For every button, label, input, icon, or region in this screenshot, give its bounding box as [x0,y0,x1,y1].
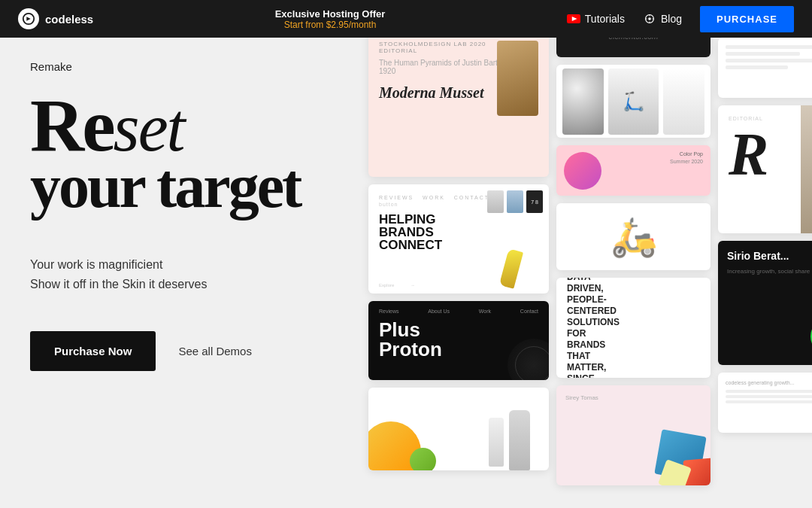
purchase-button[interactable]: PURCHASE [700,6,794,32]
subtitle-line1: Your work is magnificient [30,255,331,275]
hero-line2: your target [30,156,331,217]
demo-card-proton[interactable]: Reviews About Us Work Contact PlusProton [368,301,549,380]
dark-nav-contact: Contact [520,309,538,314]
thumb-2 [507,190,523,213]
demo-col-1: Stockholmdesign lab 2020 EDITORIAL The H… [368,38,549,485]
data-driven-text: BUILDINGDATADRIVEN,PEOPLE-CENTEREDSOLUTI… [567,278,620,378]
text-line-2 [726,52,800,56]
marble-label: EDITORIAL [729,116,812,121]
subtitle-line2: Show it off in the Skin it deserves [30,275,331,294]
dark-nav-left: Reviews [379,309,398,314]
fashion-img [801,105,812,233]
dark-nav-work: Work [479,309,491,314]
demo-card-color[interactable]: Color Pop Summer 2020 [556,145,710,196]
small-line-2 [726,395,812,398]
scooter-item: 🛴 [608,68,658,135]
demo-card-text-lines[interactable] [718,38,812,98]
offer-title: Exclusive Hosting Offer [275,8,386,20]
marble-r: R [729,127,812,181]
sirio-desc: Increasing growth, social share [727,267,812,275]
hero-subtitle: Your work is magnificient Show it off in… [30,255,331,294]
right-panel: Stockholmdesign lab 2020 EDITORIAL The H… [361,38,812,508]
demo-card-marble[interactable]: EDITORIAL R [718,105,812,233]
scooter-emoji: 🛵 [611,215,657,259]
logo-text: codeless [45,13,93,26]
small-card-label: codeless generating growth... [726,380,812,385]
product-bottle-2 [489,418,504,467]
dark-nav-about: About Us [428,309,450,314]
blog-link[interactable]: Blog [643,13,682,25]
sirio-title: Sirio Berat... [727,250,812,263]
color-blob-pink [564,152,601,190]
navbar: codeless Exclusive Hosting Offer Start f… [0,0,812,38]
demo-card-scooter[interactable]: 🛵 [556,203,710,270]
logo[interactable]: codeless [18,8,93,29]
thumb-1 [487,190,504,213]
tutorials-link[interactable]: Tutorials [567,13,625,25]
demo-card-dark-ss[interactable]: elementor.com [556,38,710,57]
demo-card-products[interactable]: 🛴 [556,65,710,138]
hero-heading: Reset your target [30,88,331,217]
purchase-now-button[interactable]: Purchase Now [30,331,156,371]
svg-point-4 [648,17,651,20]
dark-ss-text: elementor.com [609,38,659,41]
thumb-3: 7 8 [526,190,543,213]
see-demos-link[interactable]: See all Demos [178,345,252,357]
dark-ring [515,346,549,380]
product-bottle [509,410,530,470]
demo-card-data-driven[interactable]: BUILDINGDATADRIVEN,PEOPLE-CENTEREDSOLUTI… [556,278,710,378]
text-line-3 [726,59,812,62]
text-line-4 [726,65,788,69]
hosting-offer: Exclusive Hosting Offer Start from $2.95… [275,8,386,30]
card-image-placeholder [497,41,538,116]
lime-circle [410,448,436,470]
demo-card-moderna[interactable]: Stockholmdesign lab 2020 EDITORIAL The H… [368,38,549,177]
demo-col-2: elementor.com 🛴 Color Pop Summer 2020 [556,38,710,485]
box-item [663,68,704,135]
card-thumbs: 7 8 [487,190,543,213]
remake-label: Remake [30,60,331,73]
cta-row: Purchase Now See all Demos [30,331,331,371]
text-line-1 [726,45,812,49]
small-line-1 [726,390,812,393]
logo-icon [18,8,39,29]
card-agency-title: HELPINGBRANDSCONNECT [379,213,538,251]
demo-card-pink-geo[interactable]: Sirey Tomas [556,385,710,485]
demo-card-citrus[interactable] [368,388,549,470]
thumb-label: 7 8 [531,199,538,205]
main-content: Remake Reset your target Your work is ma… [0,38,812,508]
demo-card-small-bottom[interactable]: codeless generating growth... [718,373,812,433]
small-line-3 [726,400,812,403]
offer-subtitle: Start from $2.95/month [275,20,386,30]
nav-links: Tutorials Blog PURCHASE [567,6,794,32]
demo-card-agency[interactable]: Reviews Work Contact button HELPINGBRAND… [368,184,549,294]
sphere-item [562,68,604,135]
demo-col-3: EDITORIAL R Sirio Berat... Increasing gr… [718,38,812,485]
left-panel: Remake Reset your target Your work is ma… [0,38,361,508]
banana-placeholder [499,248,523,288]
pink-geo-label: Sirey Tomas [565,394,701,401]
color-sub: Summer 2020 [670,159,703,164]
color-label: Color Pop [680,151,703,157]
card-dark-nav: Reviews About Us Work Contact [379,309,538,314]
marble-content: EDITORIAL R [718,105,812,192]
card-agency-footer: Explore → [379,283,415,287]
demo-card-sirio[interactable]: Sirio Berat... Increasing growth, social… [718,241,812,365]
